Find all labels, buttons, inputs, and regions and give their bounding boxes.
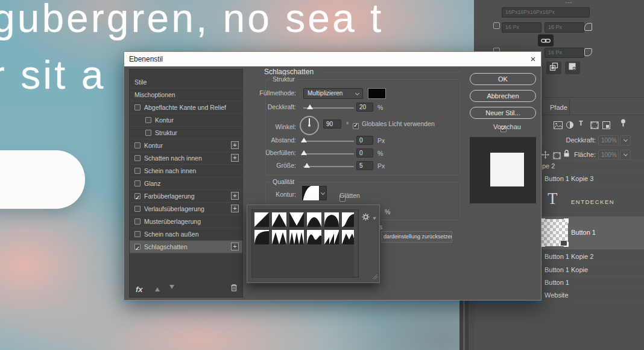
layer-row[interactable]: Button 1: [545, 279, 569, 286]
duplicate-button[interactable]: [546, 62, 561, 74]
contour-thumb-cone[interactable]: [272, 212, 286, 227]
distance-unit: Px: [377, 137, 385, 144]
layer-row[interactable]: Button 1 Kopie 2: [545, 253, 593, 260]
contour-preview-button[interactable]: [302, 186, 319, 200]
filter-pin-icon[interactable]: [620, 119, 626, 130]
style-item-struktur-sub[interactable]: Struktur: [130, 127, 242, 139]
contour-grid: [251, 209, 359, 278]
spread-slider[interactable]: [303, 153, 354, 154]
style-item-kontur[interactable]: Kontur+: [130, 139, 242, 152]
contour-thumb-ring[interactable]: [272, 230, 286, 244]
style-item-schatten-innen[interactable]: Schatten nach innen+: [130, 152, 242, 165]
move-up-icon[interactable]: [155, 285, 160, 291]
spread-input[interactable]: 0: [356, 148, 373, 158]
link-dimensions-button[interactable]: [538, 34, 554, 46]
style-item-musterueberlagerung[interactable]: Musterüberlagerung: [130, 215, 242, 228]
trash-icon[interactable]: [230, 283, 238, 294]
distance-slider-thumb[interactable]: [301, 138, 307, 142]
global-light-checkbox[interactable]: [353, 123, 359, 129]
cancel-button[interactable]: Abbrechen: [470, 90, 536, 102]
style-item-mischoptionen[interactable]: Mischoptionen: [130, 89, 242, 101]
filter-image-icon[interactable]: [554, 121, 563, 132]
style-item-farbueberlagerung[interactable]: Farbüberlagerung+: [130, 190, 242, 203]
layer-row[interactable]: Button 1 Kopie: [545, 266, 588, 273]
fill-value[interactable]: 100%: [598, 150, 619, 160]
tab-pfade[interactable]: Pfade: [550, 104, 567, 111]
style-item-kante-relief[interactable]: Abgeflachte Kante und Relief: [130, 101, 242, 114]
style-checkbox[interactable]: [134, 168, 140, 174]
filter-frame-icon[interactable]: [590, 121, 599, 132]
style-item-schein-aussen[interactable]: Schein nach außen: [130, 228, 242, 241]
filter-smart-object-icon[interactable]: [602, 121, 610, 132]
sides-input[interactable]: 16Px16Px16Px16Px: [502, 7, 590, 18]
style-checkbox[interactable]: [134, 231, 140, 237]
gear-icon[interactable]: [362, 212, 370, 223]
mask-button[interactable]: [565, 62, 580, 74]
style-checkbox[interactable]: [134, 193, 140, 199]
distance-input[interactable]: 0: [356, 136, 373, 145]
layer-row[interactable]: Button 1: [571, 229, 596, 236]
new-style-button[interactable]: Neuer Stil...: [470, 107, 536, 119]
style-checkbox[interactable]: [134, 155, 140, 161]
lock-frame-icon[interactable]: [553, 151, 561, 162]
contour-thumb-sawtooth[interactable]: [324, 230, 339, 244]
contour-thumb-triple-ring[interactable]: [289, 230, 304, 244]
filter-adjustment-icon[interactable]: [566, 121, 574, 132]
filter-type-icon[interactable]: T: [579, 119, 583, 127]
layer-row[interactable]: Website: [545, 291, 569, 299]
move-down-icon[interactable]: [169, 285, 174, 291]
style-checkbox[interactable]: [134, 180, 140, 186]
style-checkbox[interactable]: [134, 104, 140, 110]
contour-scrollbar[interactable]: [354, 211, 358, 276]
selection-corner: [564, 218, 569, 223]
opacity-value[interactable]: 100%: [598, 135, 619, 145]
contour-thumb-wave[interactable]: [307, 230, 321, 244]
height-input[interactable]: 16 Px: [545, 22, 584, 33]
opacity-slider-thumb[interactable]: [307, 104, 313, 109]
add-instance-button[interactable]: +: [231, 243, 239, 250]
contour-thumb-cove-deep[interactable]: [307, 212, 321, 227]
contour-thumb-half-round[interactable]: [324, 212, 339, 227]
close-icon[interactable]: ×: [527, 53, 539, 65]
size-slider[interactable]: [303, 166, 354, 167]
canvas-vertical-scrollbar[interactable]: [459, 301, 469, 350]
width-input[interactable]: 16 Px: [502, 22, 541, 33]
constrain-checkbox[interactable]: [493, 22, 500, 29]
spread-slider-thumb[interactable]: [301, 150, 307, 155]
opacity-dropdown[interactable]: [620, 135, 631, 145]
style-checkbox[interactable]: [134, 206, 140, 212]
size-input[interactable]: 5: [356, 161, 373, 170]
style-checkbox[interactable]: [134, 218, 140, 224]
style-checkbox[interactable]: [134, 142, 140, 148]
ok-button[interactable]: OK: [470, 73, 536, 85]
angle-input[interactable]: 90: [323, 119, 341, 129]
style-item-stile[interactable]: Stile: [130, 76, 242, 89]
contour-dropdown-arrow[interactable]: [319, 186, 327, 200]
style-item-kontur-sub[interactable]: Kontur: [130, 114, 242, 127]
layer-row[interactable]: pe 2: [542, 162, 555, 170]
contour-thumb-rounded-steps[interactable]: [254, 230, 269, 244]
radius-input[interactable]: 16 Px: [545, 48, 584, 58]
add-instance-button[interactable]: +: [231, 205, 239, 212]
style-checkbox[interactable]: [134, 244, 140, 250]
reset-defaults-button[interactable]: dardeinstellung zurücksetzen: [381, 231, 452, 243]
opacity-input[interactable]: 20: [356, 103, 373, 112]
fill-dropdown[interactable]: [620, 150, 631, 160]
dialog-titlebar[interactable]: Ebenenstil ×: [124, 52, 541, 66]
contour-thumb-cone-inverted[interactable]: [289, 212, 304, 227]
style-item-schlagschatten[interactable]: Schlagschatten+: [130, 241, 242, 253]
distance-slider[interactable]: [303, 141, 354, 142]
shadow-color-swatch[interactable]: [368, 88, 386, 99]
style-item-glanz[interactable]: Glanz: [130, 177, 242, 190]
layer-row[interactable]: Button 1 Kopie 3: [545, 175, 593, 182]
style-checkbox[interactable]: [145, 130, 151, 136]
fx-icon[interactable]: fx: [136, 285, 143, 294]
style-item-verlaufsueberlagerung[interactable]: Verlaufsüberlagerung+: [130, 203, 242, 215]
size-slider-thumb[interactable]: [304, 163, 310, 168]
style-item-schein-innen[interactable]: Schein nach innen: [130, 165, 242, 177]
style-checkbox[interactable]: [145, 117, 151, 123]
contour-thumb-linear[interactable]: [254, 212, 269, 227]
angle-dial[interactable]: [300, 116, 319, 135]
blend-mode-select[interactable]: Multiplizieren: [303, 88, 363, 99]
layer-row[interactable]: ENTDECKEN: [571, 199, 614, 205]
